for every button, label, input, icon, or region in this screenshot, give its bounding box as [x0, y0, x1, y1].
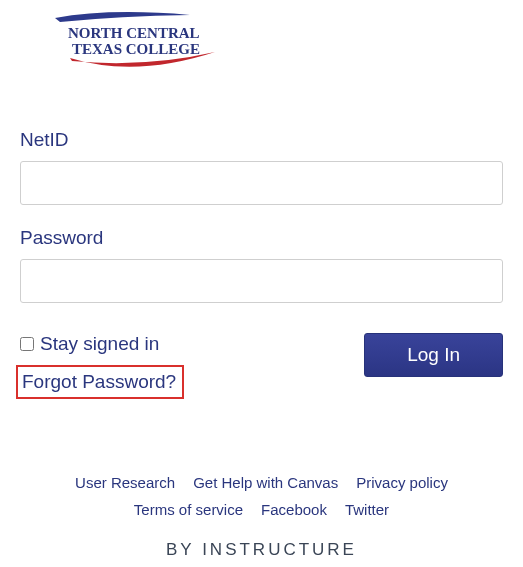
svg-text:NORTH CENTRAL: NORTH CENTRAL	[68, 25, 200, 41]
password-label: Password	[20, 227, 503, 249]
footer-link-twitter[interactable]: Twitter	[345, 501, 389, 518]
netid-input[interactable]	[20, 161, 503, 205]
svg-text:TEXAS COLLEGE: TEXAS COLLEGE	[72, 41, 200, 57]
by-instructure-text: BY INSTRUCTURE	[20, 540, 503, 560]
footer-link-get-help[interactable]: Get Help with Canvas	[193, 474, 338, 491]
forgot-password-link[interactable]: Forgot Password?	[16, 365, 184, 399]
stay-signed-label: Stay signed in	[40, 333, 159, 355]
footer-link-terms[interactable]: Terms of service	[134, 501, 243, 518]
footer-link-privacy[interactable]: Privacy policy	[356, 474, 448, 491]
login-button[interactable]: Log In	[364, 333, 503, 377]
college-logo: NORTH CENTRAL TEXAS COLLEGE	[20, 10, 503, 79]
password-input[interactable]	[20, 259, 503, 303]
footer-link-facebook[interactable]: Facebook	[261, 501, 327, 518]
netid-label: NetID	[20, 129, 503, 151]
stay-signed-checkbox[interactable]	[20, 337, 34, 351]
footer-link-user-research[interactable]: User Research	[75, 474, 175, 491]
